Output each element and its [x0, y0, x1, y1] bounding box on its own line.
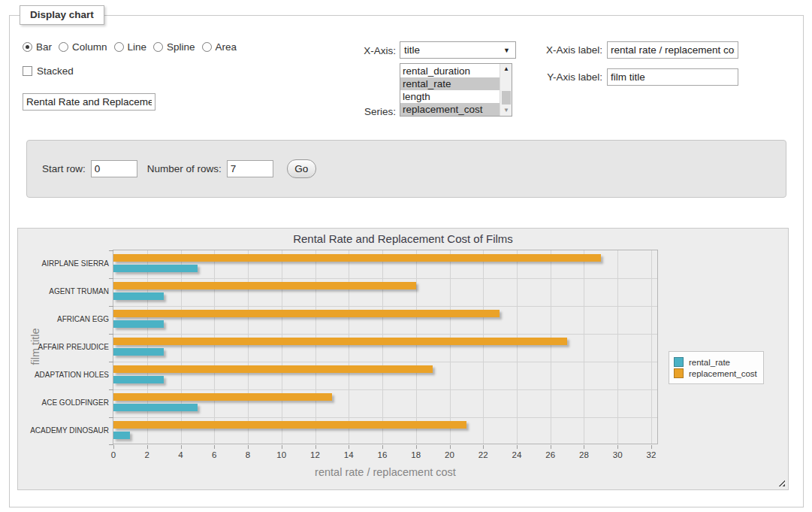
x-axis-selected-value: title — [404, 44, 503, 56]
chart-type-option-line[interactable]: Line — [114, 41, 147, 53]
scrollbar-thumb[interactable] — [502, 91, 511, 105]
stacked-checkbox-row[interactable]: Stacked — [23, 65, 74, 77]
bar-group-ace-goldfinger — [113, 389, 657, 417]
go-button[interactable]: Go — [287, 159, 316, 178]
radio-label: Spline — [167, 41, 195, 53]
stacked-label: Stacked — [37, 65, 74, 77]
y-axis-label-field-label: Y-Axis label: — [526, 71, 602, 83]
x-tick-label: 24 — [512, 450, 521, 459]
x-tick-mark — [551, 445, 551, 449]
start-row-label: Start row: — [42, 163, 86, 174]
category-label: ADAPTATION HOLES — [18, 361, 109, 389]
start-row-input[interactable] — [91, 160, 137, 177]
resize-handle-icon[interactable] — [777, 479, 785, 486]
number-of-rows-label: Number of rows: — [147, 163, 222, 174]
chart-type-option-column[interactable]: Column — [59, 41, 107, 53]
x-tick-mark — [113, 445, 114, 449]
x-tick-mark — [147, 445, 148, 449]
series-option-replacement_cost[interactable]: replacement_cost — [400, 103, 500, 116]
series-select-label: Series: — [323, 106, 396, 117]
bar-replacement-cost — [113, 338, 567, 345]
x-tick-mark — [181, 445, 182, 449]
bar-group-academy-dinosaur — [113, 417, 657, 445]
x-tick-label: 22 — [478, 450, 488, 459]
radio-icon[interactable] — [114, 42, 124, 52]
series-option-length[interactable]: length — [400, 90, 500, 103]
x-tick-label: 10 — [276, 450, 286, 459]
x-axis-label-field-label: X-Axis label: — [526, 44, 602, 56]
x-tick-label: 8 — [246, 450, 250, 459]
x-tick-mark — [282, 445, 282, 449]
bar-rental-rate — [113, 376, 164, 383]
x-tick-label: 26 — [545, 450, 555, 459]
series-option-rental_duration[interactable]: rental_duration — [400, 65, 500, 77]
radio-label: Line — [128, 41, 147, 53]
bar-rental-rate — [113, 404, 198, 411]
bar-replacement-cost — [113, 393, 332, 401]
category-label: AFRICAN EGG — [18, 305, 109, 333]
bar-group-adaptation-holes — [113, 362, 657, 389]
x-axis-label-input[interactable] — [607, 41, 738, 59]
legend-item-replacement_cost: replacement_cost — [674, 368, 757, 378]
x-tick-label: 30 — [613, 450, 623, 459]
radio-icon[interactable] — [202, 42, 212, 52]
x-tick-label: 32 — [646, 450, 656, 459]
series-scrollbar[interactable]: ▲ ▼ — [500, 64, 512, 116]
chart-title: Rental Rate and Replacement Cost of Film… — [18, 232, 788, 245]
x-tick-mark — [315, 445, 316, 449]
x-tick-mark — [349, 445, 349, 449]
bar-group-airplane-sierra — [113, 250, 657, 278]
bar-rental-rate — [113, 348, 164, 356]
chart-title-input[interactable] — [23, 93, 155, 111]
category-label: AGENT TRUMAN — [18, 277, 109, 305]
series-options: rental_durationrental_ratelengthreplacem… — [400, 64, 500, 116]
x-tick-mark — [651, 445, 652, 449]
series-multiselect[interactable]: rental_durationrental_ratelengthreplacem… — [400, 63, 512, 117]
x-tick-mark — [483, 445, 484, 449]
chart-type-option-area[interactable]: Area — [202, 41, 237, 53]
y-axis-label-input[interactable] — [607, 68, 738, 86]
radio-label: Column — [72, 41, 107, 53]
category-label: AIRPLANE SIERRA — [18, 250, 109, 277]
series-option-rental_rate[interactable]: rental_rate — [400, 77, 500, 90]
bar-replacement-cost — [113, 421, 466, 429]
chart-type-option-spline[interactable]: Spline — [153, 41, 195, 53]
chart-type-radio-group: BarColumnLineSplineArea — [23, 41, 243, 53]
bar-replacement-cost — [113, 282, 416, 289]
radio-label: Area — [216, 41, 237, 53]
bar-group-agent-truman — [113, 278, 657, 306]
bar-rental-rate — [113, 265, 198, 272]
x-tick-label: 4 — [178, 450, 183, 459]
number-of-rows-input[interactable] — [227, 160, 273, 177]
x-axis-select-label: X-Axis: — [323, 45, 396, 56]
x-tick-label: 14 — [344, 450, 354, 459]
rows-control-panel: Start row: Number of rows: Go — [26, 140, 786, 198]
x-tick-label: 16 — [378, 450, 388, 459]
x-tick-mark — [617, 445, 618, 449]
chart-type-option-bar[interactable]: Bar — [23, 41, 52, 53]
x-axis-select[interactable]: title ▼ — [400, 41, 516, 59]
legend-label: replacement_cost — [689, 369, 757, 378]
x-tick-mark — [450, 445, 451, 449]
bar-group-african-egg — [113, 306, 657, 334]
legend-item-rental_rate: rental_rate — [674, 357, 757, 367]
scroll-up-icon[interactable]: ▲ — [500, 64, 512, 74]
legend-swatch-icon — [674, 368, 684, 378]
bar-replacement-cost — [113, 254, 601, 262]
bar-rental-rate — [113, 320, 164, 328]
radio-icon[interactable] — [153, 42, 163, 52]
x-tick-label: 6 — [212, 450, 216, 459]
stacked-checkbox[interactable] — [23, 66, 32, 76]
page: Display chart BarColumnLineSplineArea St… — [0, 0, 812, 512]
chevron-down-icon: ▼ — [503, 47, 510, 54]
legend-label: rental_rate — [689, 358, 730, 367]
category-label: AFFAIR PREJUDICE — [18, 333, 109, 361]
bar-rental-rate — [113, 292, 164, 300]
category-label: ACADEMY DINOSAUR — [18, 417, 109, 444]
chart-container: Rental Rate and Replacement Cost of Film… — [17, 228, 789, 490]
bar-group-affair-prejudice — [113, 334, 657, 362]
radio-icon[interactable] — [23, 42, 32, 52]
radio-icon[interactable] — [59, 42, 68, 52]
x-tick-mark — [382, 445, 383, 449]
scroll-down-icon[interactable]: ▼ — [500, 105, 512, 116]
